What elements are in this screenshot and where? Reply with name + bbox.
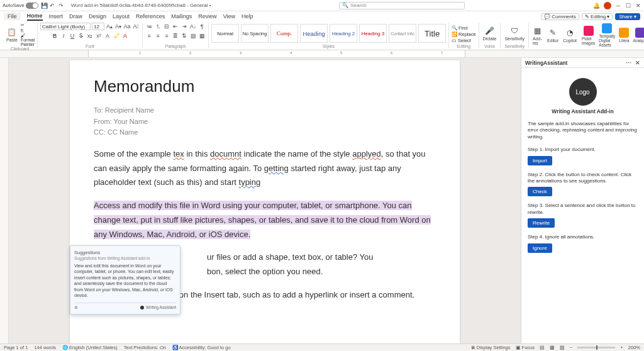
close-icon[interactable]: ✕: [635, 3, 641, 9]
panel-menu-icon[interactable]: ⋯: [626, 60, 631, 66]
addins-button[interactable]: ▦Add-ins: [531, 25, 544, 46]
tab-insert[interactable]: Insert: [49, 13, 64, 20]
copilot-button[interactable]: ◔Copilot: [562, 27, 578, 43]
user-avatar-icon[interactable]: [604, 2, 611, 9]
clear-format-icon[interactable]: Aͯ: [132, 23, 140, 30]
italic-icon[interactable]: I: [60, 32, 67, 40]
highlighted-selection[interactable]: Access and modify this file in Word usin…: [94, 201, 431, 239]
status-focus[interactable]: ▣ Focus: [516, 345, 535, 350]
increase-font-icon[interactable]: A▴: [106, 23, 113, 30]
tab-file[interactable]: File: [4, 13, 21, 20]
document-name[interactable]: Word add-in 58ab8df-0c8a-4b4d-8748-64009…: [71, 3, 211, 8]
justify-icon[interactable]: ≣: [172, 32, 179, 40]
bold-icon[interactable]: B: [51, 32, 58, 40]
document-page[interactable]: Memorandum To: Recipient Name From: Your…: [70, 60, 460, 343]
align-center-icon[interactable]: ≡: [154, 32, 162, 40]
text-effects-icon[interactable]: A: [104, 32, 111, 40]
save-icon[interactable]: 💾: [41, 3, 47, 9]
superscript-icon[interactable]: x²: [95, 32, 103, 40]
decrease-font-icon[interactable]: A▾: [114, 23, 122, 30]
format-painter-button[interactable]: 🖌 Format Painter: [21, 33, 35, 47]
redo-icon[interactable]: ↷: [58, 3, 65, 9]
editing-mode-button[interactable]: ✎ Editing ▾: [582, 13, 613, 20]
tooltip-dismiss-icon[interactable]: ⊘: [74, 305, 78, 310]
search-box[interactable]: 🔍 Search: [339, 2, 465, 9]
status-lang[interactable]: 🌐 English (United States): [62, 345, 118, 350]
view-read-icon[interactable]: ▤: [540, 345, 545, 350]
error-typing[interactable]: typing: [239, 177, 261, 187]
doc-paragraph-1[interactable]: Some of the example tex in this documnt …: [94, 147, 436, 190]
doc-title[interactable]: Memorandum: [94, 77, 436, 96]
error-getting[interactable]: getting: [264, 164, 289, 173]
doc-paragraph-2[interactable]: Access and modify this file in Word usin…: [94, 199, 436, 242]
addin-analyze[interactable]: Analyze: [631, 23, 644, 48]
subscript-icon[interactable]: x₂: [86, 32, 94, 40]
error-applyed[interactable]: applyed: [352, 149, 381, 159]
status-accessibility[interactable]: ♿ Accessibility: Good to go: [172, 345, 231, 350]
status-words[interactable]: 144 words: [34, 345, 56, 350]
addin-templafy-digital-assets[interactable]: Templafy Digital Assets: [597, 23, 617, 48]
status-predictions[interactable]: Text Predictions: On: [124, 345, 166, 350]
shading-icon[interactable]: ▨: [189, 32, 197, 40]
import-button[interactable]: Import: [528, 156, 552, 165]
suggestion-tooltip[interactable]: Suggestions Suggestions from Writing Ass…: [70, 245, 180, 315]
font-name-select[interactable]: Calibri Light (Body): [40, 23, 91, 30]
maximize-icon[interactable]: ☐: [625, 3, 631, 9]
view-web-icon[interactable]: ▧: [560, 345, 565, 350]
style-normal[interactable]: Normal: [211, 24, 239, 43]
tab-mailings[interactable]: Mailings: [171, 13, 192, 20]
undo-icon[interactable]: ↶: [50, 3, 56, 9]
tab-references[interactable]: References: [136, 13, 165, 20]
zoom-level[interactable]: 200%: [628, 345, 640, 350]
editor-button[interactable]: ✎Editor: [546, 27, 560, 43]
show-marks-icon[interactable]: ¶: [198, 23, 206, 30]
zoom-out-icon[interactable]: −: [570, 345, 572, 350]
comments-button[interactable]: 💬 Comments: [541, 13, 579, 20]
notification-icon[interactable]: 🔔: [593, 3, 600, 9]
tab-view[interactable]: View: [223, 13, 235, 20]
style-heading-3[interactable]: Heading 3: [359, 24, 387, 43]
status-page[interactable]: Page 1 of 1: [4, 345, 28, 350]
cut-button[interactable]: ✂: [21, 23, 35, 28]
strike-icon[interactable]: S̶: [77, 32, 85, 40]
highlight-icon[interactable]: 🖍: [113, 32, 120, 40]
select-button[interactable]: ▭ Select: [452, 38, 476, 43]
replace-button[interactable]: 🔁 Replace: [452, 31, 476, 37]
panel-close-icon[interactable]: ✕: [635, 60, 640, 66]
style-title[interactable]: Title: [418, 24, 446, 43]
tab-design[interactable]: Design: [89, 13, 106, 20]
increase-indent-icon[interactable]: ⇥: [180, 23, 188, 30]
addin-pickit-images[interactable]: Pickit Images: [580, 23, 597, 48]
decrease-indent-icon[interactable]: ⇤: [172, 23, 179, 30]
minimize-icon[interactable]: ─: [615, 3, 621, 9]
status-display[interactable]: 🖥 Display Settings: [470, 345, 511, 350]
sensitivity-button[interactable]: 🛡Sensitivity: [503, 25, 526, 42]
style-comp.[interactable]: Comp.: [270, 24, 298, 43]
tab-layout[interactable]: Layout: [113, 13, 130, 20]
style-contact-info[interactable]: Contact Info: [389, 24, 416, 43]
align-right-icon[interactable]: ≡: [163, 32, 170, 40]
rewrite-button[interactable]: Rewrite: [528, 218, 555, 228]
font-color-icon[interactable]: A: [121, 32, 129, 40]
tab-draw[interactable]: Draw: [69, 13, 82, 20]
tab-home[interactable]: Home: [27, 13, 43, 21]
tab-help[interactable]: Help: [242, 13, 253, 20]
style-heading[interactable]: Heading: [300, 24, 328, 43]
change-case-icon[interactable]: Aa: [123, 23, 131, 30]
document-scroll[interactable]: Memorandum To: Recipient Name From: Your…: [9, 58, 521, 343]
zoom-in-icon[interactable]: +: [620, 345, 623, 350]
error-tex[interactable]: tex: [173, 149, 184, 159]
underline-icon[interactable]: U: [69, 32, 76, 40]
tab-review[interactable]: Review: [198, 13, 217, 20]
paste-button[interactable]: 📋Paste: [5, 26, 19, 43]
horizontal-ruler[interactable]: 1234567: [0, 50, 644, 58]
ignore-button[interactable]: Ignore: [528, 243, 552, 253]
share-button[interactable]: Share ▾: [615, 13, 640, 20]
numbering-icon[interactable]: ⒈: [154, 23, 162, 30]
style-no-spacing[interactable]: No Spacing: [241, 24, 269, 43]
autosave-toggle[interactable]: [26, 3, 38, 9]
dictate-button[interactable]: 🎤Dictate: [482, 25, 498, 42]
font-size-select[interactable]: 12: [92, 23, 104, 30]
doc-meta[interactable]: To: Recipient Name From: Your Name CC: C…: [94, 105, 436, 138]
addin-litera[interactable]: Litera: [617, 23, 631, 48]
